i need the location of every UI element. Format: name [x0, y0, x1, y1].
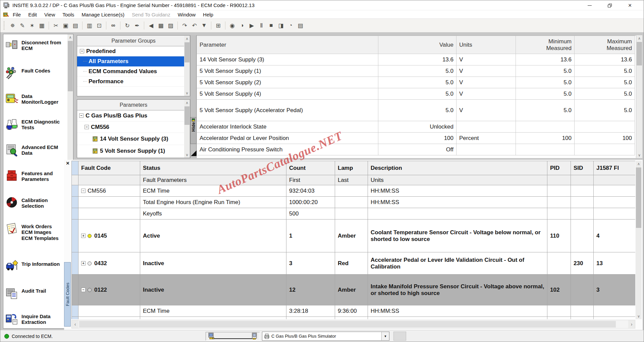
sidebar-item-data-monitor-logger[interactable]: Data Monitor/Logger — [5, 92, 68, 105]
tree-item-ecm-commanded-values[interactable]: ECM Commanded Values — [77, 66, 190, 77]
parameter-row[interactable]: Accelerator Pedal or Lever Position100Pe… — [197, 133, 635, 144]
parameter-row[interactable]: 14 Volt Sensor Supply (3)13.6V13.613.6 — [197, 54, 635, 65]
fault-param-row[interactable]: Keyoffs 500 — [72, 208, 636, 219]
column-header-lamp[interactable]: Lamp — [335, 161, 368, 175]
cut-button[interactable]: ✂ — [51, 21, 60, 30]
print-button[interactable]: ▥ — [85, 21, 94, 30]
dropdown-arrow-icon[interactable]: ▼ — [381, 332, 389, 340]
filter-button[interactable]: ▼ — [200, 21, 209, 30]
sidebar-item-inquire-data-extraction[interactable]: Inquire Data Extraction — [5, 312, 68, 326]
parameter-row[interactable]: 5 Volt Sensor Supply (4)5.0V5.05.0 — [197, 88, 635, 100]
menu-view[interactable]: View — [41, 10, 59, 18]
column-header-pid[interactable]: PID — [547, 161, 571, 175]
panel-splitter[interactable]: Hide — [190, 35, 197, 158]
column-header-status[interactable]: Status — [140, 161, 286, 175]
menu-manage-licenses[interactable]: Manage License(s) — [78, 10, 128, 18]
pause-button[interactable]: Ⅱ — [257, 21, 266, 30]
collapse-box-icon[interactable]: − — [81, 189, 86, 193]
fault-param-row[interactable]: ECM Time 3:28:18 9:36:00 HH:MM:SS — [72, 305, 636, 317]
scroll-up-icon[interactable]: ∧ — [184, 100, 190, 106]
expand-box-icon[interactable]: + — [81, 234, 86, 238]
sidebar-item-features-parameters[interactable]: Features and Parameters — [5, 169, 68, 183]
tree-item-predefined[interactable]: − Predefined — [77, 46, 190, 56]
refresh-data-button[interactable]: ↻ — [123, 21, 132, 30]
tree-item-all-parameters[interactable]: All Parameters — [77, 56, 190, 66]
sidebar-item-audit-trail[interactable]: Audit Trail — [5, 287, 68, 300]
menu-edit[interactable]: Edit — [24, 10, 41, 18]
tree-item-c-gas-plus[interactable]: − C Gas Plus/B Gas Plus — [77, 110, 190, 121]
scroll-down-icon[interactable]: ∨ — [184, 90, 190, 96]
hide-panel-tab[interactable]: Hide — [190, 117, 197, 144]
tree-item-performance[interactable]: Performance — [77, 77, 190, 87]
column-header-j1587[interactable]: J1587 Fl — [594, 161, 636, 175]
column-header-maximum-measured[interactable]: Maximum Measured — [575, 36, 635, 54]
sidebar-item-ecm-diagnostic-tests[interactable]: ECM Diagnostic Tests — [5, 117, 68, 131]
sidebar-item-fault-codes[interactable]: Fault Codes — [5, 66, 68, 80]
export-data-button[interactable]: ↷ — [180, 21, 189, 30]
statusbar-button[interactable] — [393, 332, 406, 341]
report-button[interactable]: ▤ — [296, 21, 305, 30]
fault-row-0122-selected[interactable]: −0122 Inactive 12 Amber Intake Manifold … — [72, 275, 636, 305]
column-header-value[interactable]: Value — [378, 36, 457, 54]
copy-button[interactable]: ▣ — [61, 21, 70, 30]
collapse-box-icon[interactable]: − — [85, 125, 89, 129]
scroll-down-icon[interactable]: ∨ — [184, 152, 190, 158]
connection-wizard-button[interactable]: ✵ — [8, 21, 17, 30]
scrollbar-thumb[interactable] — [79, 321, 616, 328]
parameters-scrollbar[interactable]: ∧ ∨ — [184, 100, 190, 158]
alerts-button[interactable]: ◀ — [147, 21, 156, 30]
gauge-button[interactable]: ◔ — [286, 21, 295, 30]
menu-window[interactable]: Window — [174, 10, 199, 18]
scroll-down-icon[interactable]: ∨ — [636, 152, 642, 158]
scrollbar-thumb[interactable] — [636, 167, 641, 228]
column-header-units[interactable]: Units — [457, 36, 516, 54]
print-user-button[interactable]: ▨ — [166, 21, 175, 30]
close-button[interactable]: × — [622, 0, 638, 10]
connection-settings-button[interactable]: ✶ — [28, 21, 37, 30]
snapshot-button[interactable]: ◉ — [228, 21, 237, 30]
column-header-parameter[interactable]: Parameter — [197, 36, 378, 54]
paste-button[interactable]: ▤ — [71, 21, 80, 30]
toolbar-grip[interactable] — [4, 21, 5, 30]
parameter-row[interactable]: 5 Volt Sensor Supply (2)5.0V5.05.0 — [197, 77, 635, 88]
ecm-image-button[interactable]: ▩ — [156, 21, 165, 30]
column-header-fault-code[interactable]: Fault Code — [78, 161, 140, 175]
column-header-count[interactable]: Count — [286, 161, 335, 175]
scroll-down-icon[interactable]: ∨ — [636, 313, 642, 319]
scroll-up-icon[interactable]: ∧ — [636, 161, 642, 167]
tree-item-14v-sensor-supply-3[interactable]: 14 Volt Sensor Supply (3) — [77, 133, 190, 145]
expand-box-icon[interactable]: + — [81, 261, 86, 265]
simulator-dropdown[interactable]: C Gas Plus/B Gas Plus Simulator ▼ — [262, 332, 389, 341]
fault-horizontal-scrollbar[interactable]: ‹ › — [71, 320, 635, 329]
step-forward-button[interactable]: ◨ — [276, 21, 285, 30]
restore-button[interactable] — [602, 0, 618, 10]
fault-codes-tab[interactable]: Fault Codes — [64, 262, 71, 327]
scroll-up-icon[interactable]: ∧ — [636, 35, 642, 41]
stop-button[interactable]: ■ — [267, 21, 276, 30]
new-connection-button[interactable]: ✎ — [18, 21, 27, 30]
fault-row-0432[interactable]: +0432 Inactive 3 Red Accelerator Pedal o… — [72, 252, 636, 275]
parameter-row[interactable]: 5 Volt Sensor Supply (Accelerator Pedal)… — [197, 100, 635, 121]
rewind-button[interactable]: ◑ — [237, 21, 247, 30]
scrollbar-thumb[interactable] — [637, 42, 642, 65]
collapse-box-icon[interactable]: − — [80, 49, 84, 53]
fault-group-row[interactable]: −CM556 ECM Time 932:04:03 HH:MM:SS — [72, 185, 636, 197]
edit-data-button[interactable]: ✒ — [132, 21, 142, 30]
window-layout-button[interactable]: ⊞ — [214, 21, 223, 30]
collapse-box-icon[interactable]: − — [81, 288, 86, 292]
play-button[interactable]: ▶ — [247, 21, 256, 30]
tree-item-5v-sensor-supply-1[interactable]: 5 Volt Sensor Supply (1) — [77, 145, 190, 157]
minimize-button[interactable] — [582, 0, 597, 10]
print-preview-button[interactable]: ⊡ — [95, 21, 104, 30]
parameter-groups-scrollbar[interactable]: ∧ ∨ — [184, 36, 190, 96]
parameter-table-scrollbar[interactable]: ∧ ∨ — [636, 35, 642, 158]
sidebar-item-trip-information[interactable]: Trip Information — [5, 260, 68, 273]
column-header-minimum-measured[interactable]: Minimum Measured — [516, 36, 575, 54]
menu-file[interactable]: File — [9, 10, 24, 18]
menu-help[interactable]: Help — [199, 10, 217, 18]
fault-param-row[interactable]: Total Engine Hours (Engine Run Time) 100… — [72, 197, 636, 208]
sidebar-item-advanced-ecm-data[interactable]: Advanced ECM Data — [5, 143, 68, 156]
sidebar-item-disconnect-ecm[interactable]: Disconnect from ECM — [5, 38, 68, 52]
scroll-up-icon[interactable]: ∧ — [67, 34, 73, 40]
view-grid-button[interactable]: ▦ — [37, 21, 46, 30]
